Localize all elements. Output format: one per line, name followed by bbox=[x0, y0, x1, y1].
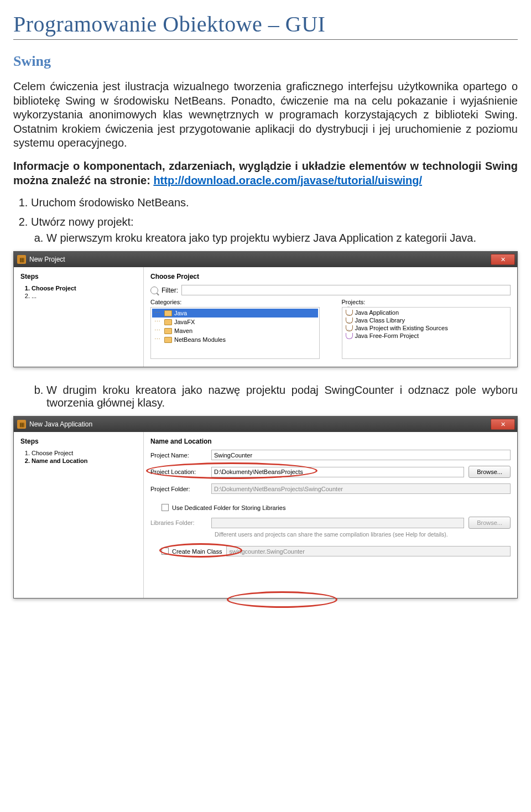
category-item[interactable]: ⋯ JavaFX bbox=[152, 317, 318, 326]
pane-heading: Name and Location bbox=[150, 438, 511, 445]
steps-heading: Steps bbox=[20, 438, 137, 445]
help-text: Different users and projects can share t… bbox=[215, 531, 511, 538]
libraries-folder-label: Libraries Folder: bbox=[150, 519, 211, 526]
search-icon bbox=[150, 287, 158, 294]
project-label: Java Class Library bbox=[355, 317, 405, 324]
window-title: New Java Application bbox=[29, 420, 488, 428]
category-item[interactable]: ⋯ NetBeans Modules bbox=[152, 335, 318, 344]
titlebar: ▦ New Java Application ✕ bbox=[14, 417, 517, 432]
category-item[interactable]: ⋯ Maven bbox=[152, 326, 318, 335]
folder-icon bbox=[164, 337, 172, 343]
tree-expand-icon: ⋯ bbox=[154, 309, 162, 317]
project-name-label: Project Name: bbox=[150, 452, 211, 459]
dedicated-folder-label: Use Dedicated Folder for Storing Librari… bbox=[172, 504, 285, 511]
categories-label: Categories: bbox=[150, 299, 320, 305]
project-label: Java Application bbox=[355, 309, 399, 316]
project-item[interactable]: Java Class Library bbox=[343, 316, 509, 324]
java-icon bbox=[346, 333, 353, 339]
projects-list[interactable]: Java Application Java Class Library Java… bbox=[342, 307, 511, 359]
step-2-label: Utwórz nowy projekt: bbox=[31, 216, 134, 228]
page-title: Programowanie Obiektowe – GUI bbox=[13, 11, 518, 37]
paragraph-intro: Celem ćwiczenia jest ilustracja wizualne… bbox=[13, 80, 518, 150]
steps-heading: Steps bbox=[20, 273, 137, 280]
title-rule bbox=[13, 39, 518, 40]
tutorial-link[interactable]: http://download.oracle.com/javase/tutori… bbox=[153, 174, 422, 186]
close-icon[interactable]: ✕ bbox=[491, 254, 515, 265]
wizard-step: Choose Project bbox=[32, 285, 137, 292]
category-item[interactable]: ⋯ Java bbox=[152, 309, 318, 317]
filter-label: Filter: bbox=[162, 287, 178, 294]
step-2a: W pierwszym kroku kreatora jako typ proj… bbox=[46, 232, 518, 244]
project-name-input[interactable]: SwingCounter bbox=[211, 450, 511, 460]
folder-icon bbox=[164, 319, 172, 325]
browse-button-disabled: Browse... bbox=[468, 517, 511, 529]
new-project-dialog: ▦ New Project ✕ Steps Choose Project ...… bbox=[13, 251, 518, 367]
steps-pane: Steps Choose Project ... bbox=[14, 267, 144, 367]
categories-list[interactable]: ⋯ Java ⋯ JavaFX ⋯ Maven bbox=[150, 307, 320, 359]
projects-label: Projects: bbox=[342, 299, 511, 305]
annotation-oval-icon bbox=[146, 462, 317, 479]
project-item[interactable]: Java Project with Existing Sources bbox=[343, 324, 509, 332]
close-icon[interactable]: ✕ bbox=[491, 419, 515, 430]
project-folder-input: D:\Dokumenty\NetBeansProjects\SwingCount… bbox=[211, 483, 511, 494]
category-label: Java bbox=[174, 310, 187, 316]
step-1: Uruchom środowisko NetBeans. bbox=[31, 196, 518, 209]
section-heading: Swing bbox=[13, 53, 518, 70]
category-label: Maven bbox=[174, 327, 192, 334]
tree-expand-icon: ⋯ bbox=[154, 336, 162, 343]
pane-heading: Choose Project bbox=[150, 273, 511, 280]
name-location-pane: Name and Location Project Name: SwingCou… bbox=[144, 432, 517, 598]
project-folder-label: Project Folder: bbox=[150, 486, 211, 492]
window-title: New Project bbox=[29, 256, 488, 263]
category-label: JavaFX bbox=[174, 319, 195, 325]
project-item[interactable]: Java Free-Form Project bbox=[343, 332, 509, 340]
category-label: NetBeans Modules bbox=[174, 336, 226, 343]
tree-expand-icon: ⋯ bbox=[154, 318, 162, 326]
folder-icon bbox=[164, 310, 172, 316]
main-class-input: swingcounter.SwingCounter bbox=[226, 546, 511, 556]
filter-input[interactable] bbox=[181, 285, 511, 295]
wizard-step: Name and Location bbox=[32, 457, 137, 464]
steps-pane: Steps Choose Project Name and Location bbox=[14, 432, 144, 598]
step-2: Utwórz nowy projekt: W pierwszym kroku k… bbox=[31, 216, 518, 244]
dedicated-folder-checkbox[interactable] bbox=[162, 504, 169, 511]
wizard-step: Choose Project bbox=[32, 450, 137, 456]
choose-project-pane: Choose Project Filter: Categories: ⋯ Jav… bbox=[144, 267, 517, 367]
new-java-app-dialog: ▦ New Java Application ✕ Steps Choose Pr… bbox=[13, 416, 518, 598]
project-item[interactable]: Java Application bbox=[343, 309, 509, 316]
browse-button[interactable]: Browse... bbox=[468, 466, 511, 478]
wizard-step: ... bbox=[32, 293, 137, 299]
libraries-folder-input bbox=[211, 518, 464, 528]
titlebar: ▦ New Project ✕ bbox=[14, 252, 517, 267]
annotation-oval-icon bbox=[227, 591, 337, 608]
tree-expand-icon: ⋯ bbox=[154, 327, 162, 335]
project-label: Java Project with Existing Sources bbox=[355, 325, 448, 331]
app-icon: ▦ bbox=[17, 420, 26, 429]
paragraph-info: Informacje o komponentach, zdarzeniach, … bbox=[13, 159, 518, 188]
project-label: Java Free-Form Project bbox=[355, 332, 419, 339]
app-icon: ▦ bbox=[17, 255, 26, 264]
folder-icon bbox=[164, 328, 172, 334]
step-2b: W drugim kroku kreatora jako nazwę proje… bbox=[46, 384, 518, 409]
